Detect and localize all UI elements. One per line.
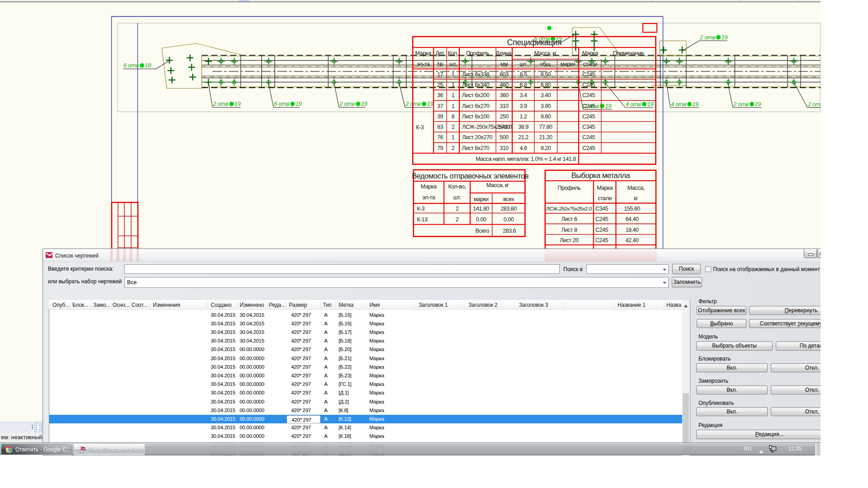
svg-text:39: 39 [437,113,443,120]
svg-text:460: 460 [500,82,509,88]
svg-text:С345: С345 [595,206,609,212]
svg-text:19: 19 [235,100,241,107]
svg-text:Марка: Марка [582,50,598,56]
svg-text:36: 36 [437,92,443,99]
svg-text:360: 360 [500,92,509,99]
svg-text:Лист 8: Лист 8 [561,227,577,233]
svg-text:марки: марки [474,196,489,202]
svg-text:Марка: Марка [421,183,437,190]
svg-text:С245: С245 [582,82,595,88]
svg-text:Марка: Марка [597,185,613,191]
svg-text:Всего: Всего [475,228,489,234]
svg-text:79: 79 [437,145,443,151]
svg-text:Лист 6х200: Лист 6х200 [462,92,490,99]
svg-text:С245: С245 [582,92,595,99]
svg-text:1.2: 1.2 [519,113,527,120]
svg-text:С345: С345 [582,124,595,130]
svg-text:Лист 6х100: Лист 6х100 [462,113,490,120]
svg-text:8: 8 [452,113,455,120]
svg-text:2: 2 [452,145,455,151]
svg-text:Примечание: Примечание [613,50,644,56]
svg-text:Выборка металла: Выборка металла [571,171,631,179]
svg-text:Профиль: Профиль [466,50,490,56]
svg-text:155.60: 155.60 [624,206,640,212]
svg-text:2 отв: 2 отв [807,101,821,108]
svg-text:№: № [437,61,443,67]
svg-text:марки: марки [561,61,576,67]
svg-text:Лист 6х270: Лист 6х270 [462,103,490,109]
svg-text:19: 19 [296,100,302,107]
svg-text:К-3: К-3 [417,206,425,212]
svg-text:9.20: 9.20 [541,145,551,151]
svg-text:всех: всех [503,196,514,202]
svg-text:эл-та: эл-та [417,61,429,67]
svg-text:2 отв: 2 отв [212,100,228,107]
svg-text:1: 1 [452,134,455,141]
svg-text:603: 603 [500,71,509,78]
svg-text:Лист 20х270: Лист 20х270 [462,134,492,141]
svg-text:ЛСЖ-250х75х25х2.0: ЛСЖ-250х75х25х2.0 [546,206,592,211]
svg-text:8.50: 8.50 [541,71,551,78]
svg-text:1: 1 [452,92,455,99]
svg-text:19: 19 [427,100,434,107]
svg-text:0.00: 0.00 [476,216,486,223]
svg-text:21.20: 21.20 [539,134,552,141]
svg-text:Масса, кг: Масса, кг [534,50,557,56]
svg-text:42.40: 42.40 [625,237,639,244]
svg-text:19: 19 [647,101,654,108]
svg-text:С245: С245 [582,113,595,120]
svg-text:141.80: 141.80 [473,206,489,212]
svg-text:37: 37 [437,103,443,109]
svg-text:38.9: 38.9 [518,124,528,130]
svg-text:Масса напл. металла: 1.0% = 1.: Масса напл. металла: 1.0% = 1.4 кг 141.8 [476,156,576,162]
svg-text:шт.: шт. [519,61,527,67]
svg-text:4 отв: 4 отв [671,101,686,108]
svg-text:17: 17 [437,71,443,78]
svg-text:С245: С245 [582,134,595,141]
svg-text:Дет.: Дет. [435,50,445,56]
svg-text:21.2: 21.2 [518,134,528,141]
svg-text:шт.: шт. [449,61,457,67]
svg-text:С245: С245 [582,103,595,109]
svg-text:Масса, кг: Масса, кг [486,182,509,188]
svg-text:5760: 5760 [498,124,510,130]
svg-text:Масса,: Масса, [627,185,645,191]
svg-text:6.8: 6.8 [519,82,527,88]
svg-text:0.00: 0.00 [504,216,514,223]
svg-text:310: 310 [500,103,509,109]
svg-text:Ведомость отправочных элементо: Ведомость отправочных элементов [412,172,529,180]
svg-text:Спецификация: Спецификация [507,38,561,47]
svg-text:63: 63 [437,124,443,130]
svg-text:3.40: 3.40 [541,92,551,99]
svg-text:1: 1 [452,71,455,78]
svg-text:3.9: 3.9 [519,103,527,109]
svg-text:2 отв: 2 отв [339,100,355,107]
svg-text:9.60: 9.60 [541,113,551,120]
svg-text:8.5: 8.5 [519,71,527,78]
svg-text:3.90: 3.90 [541,103,551,109]
svg-text:Лист 6х340: Лист 6х340 [462,82,490,88]
svg-text:283.60: 283.60 [500,206,517,212]
svg-text:С245: С245 [595,237,609,244]
svg-text:4 отв: 4 отв [626,101,641,108]
svg-text:Кол.: Кол. [448,50,458,56]
svg-text:2: 2 [456,206,459,212]
svg-text:эл-та: эл-та [422,194,435,201]
svg-text:19: 19 [693,101,699,108]
svg-text:шт.: шт. [453,194,461,201]
svg-text:250: 250 [500,113,509,120]
svg-text:К-13: К-13 [417,216,428,223]
svg-text:К-3: К-3 [416,124,424,131]
svg-text:500: 500 [500,134,509,141]
svg-text:Лист 6: Лист 6 [561,216,577,222]
svg-text:310: 310 [500,145,509,151]
svg-text:6 отв: 6 отв [123,62,139,69]
svg-text:Профиль: Профиль [558,185,581,191]
svg-text:6.80: 6.80 [541,82,551,88]
svg-text:кг: кг [634,195,638,202]
svg-text:18: 18 [145,62,152,69]
svg-text:Марка: Марка [415,50,431,56]
svg-text:25: 25 [437,82,443,88]
svg-text:мм: мм [500,61,508,67]
svg-text:19: 19 [361,100,368,107]
